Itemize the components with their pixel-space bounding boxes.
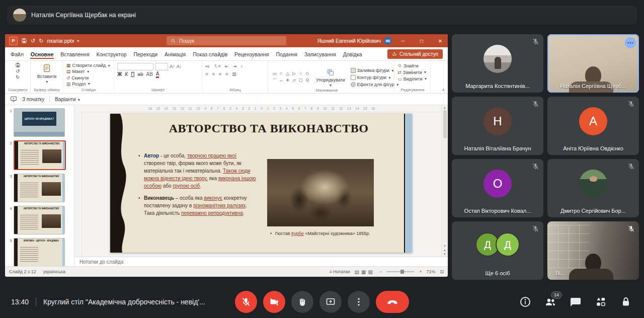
- participant-tile[interactable]: А Аніта Юріївна Овдієнко: [547, 97, 639, 155]
- zoom-out-button[interactable]: −: [379, 269, 382, 274]
- minimize-button[interactable]: ─: [395, 34, 411, 47]
- shape-effects-button[interactable]: Ефекти для фігур▼: [351, 82, 399, 88]
- tab-slideshow[interactable]: Показ слайдів: [192, 49, 228, 59]
- font-name-combobox[interactable]: [117, 63, 153, 70]
- participant-tile[interactable]: Дмитро Сергійович Бор...: [547, 159, 639, 217]
- find-button[interactable]: Знайти: [397, 62, 427, 69]
- bold-button[interactable]: Ж: [117, 71, 122, 77]
- indent-decrease-button[interactable]: ⇤: [225, 64, 229, 69]
- more-options-button[interactable]: [348, 291, 370, 313]
- new-slide-button[interactable]: ▦Створити слайд▼: [66, 62, 111, 68]
- underline-button[interactable]: П: [131, 71, 134, 77]
- align-left-button[interactable]: ≡: [205, 71, 208, 76]
- participant-tile-active-speaker[interactable]: ⋯ Наталія Сергіївна Щерб...: [547, 34, 639, 93]
- slide-thumbnail-3[interactable]: 3 АВТОРСТВО ТА ВИКОНАВСТВО: [6, 174, 72, 202]
- italic-button[interactable]: К: [125, 71, 128, 77]
- slide-image-caption[interactable]: Гюстав Курбе «Майстерні художника» 1855р…: [270, 230, 376, 236]
- align-center-button[interactable]: ≡: [212, 71, 214, 76]
- notes-pane[interactable]: Нотатки до слайда: [74, 257, 448, 266]
- leave-call-button[interactable]: [376, 291, 409, 313]
- slide-thumbnail-5[interactable]: 5 КРИТИКА - ЦИТАТА - КРАДІЖКА: [6, 238, 72, 266]
- paste-button[interactable]: Вставити ▼: [34, 62, 59, 84]
- font-size-combobox[interactable]: [155, 63, 168, 70]
- scroll-up-icon[interactable]: ▲: [443, 106, 446, 109]
- font-color-button[interactable]: А: [156, 71, 159, 78]
- undo-icon[interactable]: ↺: [16, 68, 20, 74]
- slide-thumbnail-2[interactable]: 2 АВТОРСТВО ТА ВИКОНАВСТВО: [6, 140, 72, 170]
- shape-fill-button[interactable]: Заливка фігури▼: [351, 67, 399, 74]
- mute-microphone-button[interactable]: [235, 291, 257, 313]
- zoom-slider-knob[interactable]: [400, 270, 404, 274]
- save-icon[interactable]: [21, 38, 27, 44]
- save-icon[interactable]: [15, 62, 21, 68]
- justify-button[interactable]: ≡: [225, 71, 228, 76]
- slide-image-courbet-painting[interactable]: [267, 159, 374, 226]
- chat-button[interactable]: [570, 296, 582, 308]
- share-access-button[interactable]: Спільний доступ: [387, 49, 443, 59]
- tab-view[interactable]: Подання: [276, 49, 298, 59]
- zoom-in-button[interactable]: +: [419, 269, 422, 274]
- present-now-button[interactable]: [319, 291, 342, 313]
- participant-tile[interactable]: О Остап Вікторович Ковал...: [452, 159, 543, 217]
- scrollbar-thumb[interactable]: [443, 110, 447, 138]
- redo-icon[interactable]: ↻: [39, 38, 43, 44]
- slide-thumbnail-1[interactable]: 1 ЦИТАТА ЧИ КРАДІЖКА?: [6, 108, 72, 137]
- previous-slide-icon[interactable]: ▲: [443, 249, 446, 252]
- layout-button[interactable]: ▤Макет▼: [66, 68, 111, 74]
- view-mode-buttons[interactable]: ▤▦▧: [355, 269, 375, 275]
- scroll-down-icon[interactable]: ▼: [443, 245, 446, 248]
- tile-options-button[interactable]: ⋯: [625, 37, 636, 48]
- canvas-scrollbar[interactable]: ▲ ▼ ▲ ▼: [441, 105, 448, 257]
- language-indicator[interactable]: українська: [43, 269, 65, 274]
- select-button[interactable]: ▭Виділити▼: [397, 75, 427, 82]
- tab-file[interactable]: Файл: [10, 49, 24, 59]
- collapse-ribbon-icon[interactable]: ∧: [442, 88, 445, 92]
- redo-icon[interactable]: ↻: [16, 74, 20, 80]
- align-right-button[interactable]: ≡: [219, 71, 221, 76]
- close-button[interactable]: ✕: [433, 34, 448, 47]
- replace-button[interactable]: ⇄Замінити▼: [397, 69, 427, 75]
- ppt-search-box[interactable]: Пошук: [167, 36, 286, 45]
- section-button[interactable]: ▥Розділ▼: [66, 81, 111, 87]
- strikethrough-button[interactable]: ab: [137, 71, 143, 77]
- slide-thumbnail-4[interactable]: 4 АВТОРСТВО ТА ВИКОНАВСТВО: [6, 206, 72, 234]
- reset-button[interactable]: ↺Скинути: [66, 75, 111, 81]
- tab-recording[interactable]: Записування: [304, 49, 337, 59]
- notes-toggle-button[interactable]: ≡ Нотатки: [330, 269, 350, 274]
- tab-home[interactable]: Основне: [30, 49, 54, 59]
- meeting-details-button[interactable]: [519, 296, 531, 308]
- document-title[interactable]: nxariar.pptx ▼: [47, 38, 79, 44]
- slide-body-text[interactable]: Автор - це особа, творчою працею якої ст…: [138, 152, 258, 221]
- zoom-slider[interactable]: [386, 271, 415, 272]
- participant-tile-self-video[interactable]: Ві...: [547, 221, 639, 280]
- tab-insert[interactable]: Вставлення: [60, 49, 90, 59]
- next-slide-icon[interactable]: ▼: [443, 253, 446, 256]
- from-beginning-button[interactable]: З початку: [22, 97, 44, 102]
- variants-button[interactable]: Варіанти ▼: [55, 97, 80, 102]
- fit-to-window-button[interactable]: ⊡: [440, 269, 444, 274]
- undo-icon[interactable]: ↺: [31, 38, 35, 44]
- shape-outline-button[interactable]: Контур фігури▼: [351, 74, 399, 81]
- tab-animations[interactable]: Анімація: [164, 49, 186, 59]
- raise-hand-button[interactable]: [291, 291, 313, 313]
- tab-transitions[interactable]: Переходи: [133, 49, 158, 59]
- character-spacing-button[interactable]: АВ: [146, 71, 152, 77]
- slide-editing-surface[interactable]: АВТОРСТВО ТА ВИКОНАВСТВО Автор - це особ…: [110, 114, 412, 253]
- overflow-participants-tile[interactable]: Д Д Ще 6 осіб: [452, 221, 543, 280]
- maximize-button[interactable]: □: [414, 34, 429, 47]
- shrink-font-button[interactable]: А↓: [177, 64, 182, 69]
- tab-review[interactable]: Рецензування: [234, 49, 269, 59]
- numbering-button[interactable]: ⒈≡: [214, 63, 221, 69]
- bullets-button[interactable]: •≡: [205, 64, 209, 69]
- line-spacing-button[interactable]: ↕: [240, 64, 243, 69]
- grow-font-button[interactable]: А↑: [170, 64, 175, 69]
- show-participants-button[interactable]: 14: [544, 296, 556, 308]
- participant-tile[interactable]: Маргарита Костянтинів...: [452, 34, 543, 93]
- activities-button[interactable]: [595, 296, 607, 308]
- zoom-level[interactable]: 71%: [426, 269, 435, 274]
- indent-increase-button[interactable]: ⇥: [232, 64, 236, 69]
- slide-title[interactable]: АВТОРСТВО ТА ВИКОНАВСТВО: [140, 122, 397, 135]
- tab-help[interactable]: Довідка: [343, 49, 363, 59]
- tab-design[interactable]: Конструктор: [96, 49, 127, 59]
- camera-toggle-button[interactable]: [263, 291, 285, 313]
